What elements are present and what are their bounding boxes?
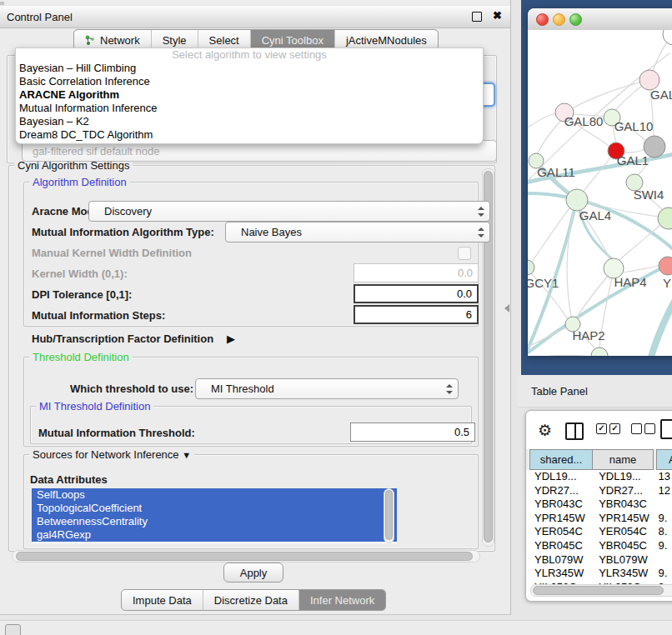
data-attributes-list: SelfLoops TopologicalCoefficient Between… <box>32 488 397 543</box>
table-cell: 13 <box>654 470 672 484</box>
dropdown-item[interactable]: Basic Correlation Inference <box>16 75 483 88</box>
panel-title: Control Panel <box>7 11 73 23</box>
checkbox-unchecked-icon[interactable] <box>644 423 655 434</box>
settings-hscrollbar[interactable] <box>12 550 480 562</box>
tab-label: Network <box>100 34 140 47</box>
network-edge <box>651 295 672 356</box>
network-graph[interactable]: GALGAL80GAL10GAL1GAL11SWI4GAL4GCY1HAP4YH… <box>528 30 672 356</box>
dpi-tolerance-label: DPI Tolerance [0,1]: <box>32 288 132 301</box>
table-cell: YDL19... <box>592 470 654 484</box>
dpi-tolerance-field[interactable]: 0.0 <box>354 284 479 303</box>
mi-threshold-field[interactable]: 0.5 <box>350 422 475 442</box>
which-threshold-value: MI Threshold <box>211 382 274 395</box>
float-window-icon[interactable] <box>472 12 482 22</box>
aracne-mode-combo[interactable]: Discovery <box>88 201 490 222</box>
network-node[interactable] <box>591 348 608 356</box>
attribute-item[interactable]: BetweennessCentrality <box>32 515 397 528</box>
node-label: SWI4 <box>634 188 664 202</box>
collapse-down-icon[interactable] <box>182 450 191 460</box>
close-icon[interactable] <box>493 9 502 22</box>
tab-label: Cyni Toolbox <box>262 34 323 47</box>
network-edge <box>577 276 608 318</box>
node-label: GCY1 <box>528 276 559 290</box>
node-label: GAL <box>650 88 672 102</box>
manual-kernel-checkbox[interactable] <box>458 247 471 260</box>
table-panel-title: Table Panel <box>531 385 588 398</box>
attribute-item[interactable]: gal4RGexp <box>32 528 397 542</box>
which-threshold-combo[interactable]: MI Threshold <box>195 378 459 399</box>
table-panel-header: Table Panel <box>517 375 672 408</box>
apply-button[interactable]: Apply <box>223 562 283 582</box>
gear-icon[interactable] <box>538 421 552 440</box>
column-header-name[interactable]: name <box>592 449 654 470</box>
checkbox-checked-icon[interactable] <box>609 423 620 434</box>
mi-type-combo[interactable]: Naive Bayes <box>225 222 490 242</box>
network-node[interactable] <box>528 260 534 275</box>
kernel-width-field[interactable]: 0.0 <box>354 263 479 282</box>
table-row[interactable]: YER054CYER054C8. <box>526 525 672 539</box>
table-row[interactable]: YBR043CYBR043C <box>526 498 672 512</box>
network-node[interactable] <box>663 30 672 45</box>
node-label: Y <box>663 276 671 290</box>
kernel-width-value: 0.0 <box>458 267 473 279</box>
algorithm-dropdown: Select algorithm to view settings Bayesi… <box>15 48 484 144</box>
control-panel-titlebar: Control Panel <box>0 5 510 28</box>
app-root: Control Panel Network Style Select Cyni … <box>0 0 672 635</box>
network-edge <box>528 355 591 356</box>
node-label: GAL80 <box>564 114 604 128</box>
table-cell: 9. <box>654 539 672 553</box>
tab-label: Discretize Data <box>214 594 288 607</box>
table-cell: YER054C <box>526 525 592 539</box>
dropdown-item[interactable]: Bayesian – K2 <box>16 115 483 128</box>
network-node[interactable] <box>659 257 672 275</box>
table-row[interactable]: YDL19...YDL19...13 <box>526 470 672 484</box>
table-hscrollbar[interactable] <box>530 584 672 597</box>
dropdown-item-selected[interactable]: ARACNE Algorithm <box>16 88 483 102</box>
column-split-icon[interactable] <box>565 422 584 440</box>
spinner-icon <box>477 228 484 238</box>
minimized-panel-button[interactable] <box>5 624 21 635</box>
close-traffic-light-icon[interactable] <box>536 13 549 26</box>
spinner-icon <box>445 384 452 394</box>
network-edge <box>538 120 561 153</box>
panel-divider-handle-icon[interactable] <box>504 304 509 312</box>
mi-threshold-group-title: MI Threshold Definition <box>36 400 153 412</box>
table-row[interactable]: YPR145WYPR145W9. <box>526 512 672 526</box>
checkbox-checked-icon[interactable] <box>596 423 607 434</box>
attribute-item[interactable]: TopologicalCoefficient <box>32 502 397 515</box>
table-cell: YBR043C <box>592 498 654 512</box>
table-cell <box>654 498 672 512</box>
dropdown-item[interactable]: Mutual Information Inference <box>16 102 483 115</box>
tab-label: Select <box>209 34 239 47</box>
tab-discretize-data[interactable]: Discretize Data <box>203 590 299 610</box>
tab-label: jActiveMNodules <box>346 34 427 47</box>
attributes-scrollbar[interactable] <box>384 488 394 543</box>
network-edge <box>571 80 649 109</box>
network-edge <box>619 225 660 260</box>
document-icon[interactable] <box>660 419 672 439</box>
node-label: GAL11 <box>537 165 575 179</box>
node-label: HAP2 <box>572 328 604 342</box>
expand-right-icon[interactable] <box>227 332 235 345</box>
attribute-item[interactable]: SelfLoops <box>32 488 397 502</box>
tab-infer-network[interactable]: Infer Network <box>299 590 385 610</box>
table-cell: YDR27... <box>526 484 592 498</box>
checkbox-unchecked-icon[interactable] <box>631 423 642 434</box>
dropdown-item[interactable]: Dream8 DC_TDC Algorithm <box>16 128 483 142</box>
network-edge <box>528 113 556 130</box>
bottom-tabs: Impute Data Discretize Data Infer Networ… <box>121 589 386 611</box>
table-row[interactable]: YBR045CYBR045C9. <box>526 539 672 553</box>
minimize-traffic-light-icon[interactable] <box>553 13 565 26</box>
table-row[interactable]: YDR27...YDR27...12 <box>526 484 672 498</box>
table-cell: YBR045C <box>592 539 654 553</box>
zoom-traffic-light-icon[interactable] <box>569 13 582 26</box>
network-canvas[interactable]: GALGAL80GAL10GAL1GAL11SWI4GAL4GCY1HAP4YH… <box>528 30 672 356</box>
network-window-titlebar[interactable] <box>528 8 672 31</box>
dropdown-item[interactable]: Bayesian – Hill Climbing <box>16 62 483 75</box>
mi-steps-field[interactable]: 6 <box>354 305 479 324</box>
column-header-shared[interactable]: shared... <box>529 449 593 470</box>
table-row[interactable]: YBL079WYBL079W <box>526 553 672 568</box>
column-header-third[interactable]: A <box>656 449 672 470</box>
tab-impute-data[interactable]: Impute Data <box>122 590 203 610</box>
table-row[interactable]: YLR345WYLR345W9. <box>526 567 672 581</box>
